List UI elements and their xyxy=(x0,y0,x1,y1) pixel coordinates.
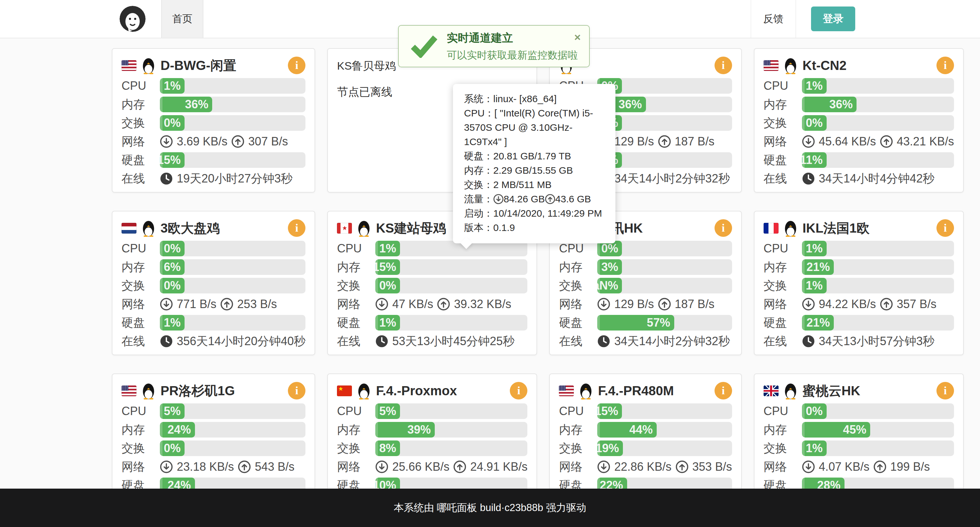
progress-fill: 0% xyxy=(802,115,827,131)
info-icon[interactable]: i xyxy=(288,382,305,399)
net-download-value: 25.66 KB/s xyxy=(392,460,449,474)
progress-value: 39% xyxy=(407,422,431,438)
progress-track: 1% xyxy=(802,241,954,256)
stat-label: 交换 xyxy=(121,441,160,457)
uptime-value: 34天14小时4分钟42秒 xyxy=(819,171,934,187)
country-flag-icon xyxy=(121,385,137,396)
stat-row-硬盘: 硬盘1% xyxy=(121,315,305,331)
progress-track: 5% xyxy=(160,403,305,419)
progress-track: 15% xyxy=(160,152,305,168)
info-icon[interactable]: i xyxy=(937,382,954,399)
progress-track: 0% xyxy=(597,241,732,256)
stat-label: 内存 xyxy=(559,259,597,275)
site-logo[interactable] xyxy=(119,6,146,32)
info-icon[interactable]: i xyxy=(288,219,305,237)
info-icon[interactable]: i xyxy=(714,219,732,237)
progress-fill: 0% xyxy=(160,441,185,456)
stat-row-CPU: CPU1% xyxy=(764,241,954,256)
tooltip-row: 系统：linux- [x86_64] xyxy=(464,92,605,106)
info-icon[interactable]: i xyxy=(288,57,305,74)
stat-value: 129 B/s187 B/s xyxy=(597,297,714,311)
stat-row-网络: 网络22.86 KB/s353 B/s xyxy=(559,459,732,474)
stat-row-交换: 交换NaN% xyxy=(559,278,732,294)
progress-track: 44% xyxy=(597,422,732,438)
stat-row-交换: 交换1% xyxy=(764,278,954,294)
progress-fill: 1% xyxy=(802,278,827,294)
info-icon[interactable]: i xyxy=(714,57,732,74)
login-button[interactable]: 登录 xyxy=(811,6,855,31)
stat-label: 网络 xyxy=(764,459,802,475)
server-card-header: PR洛杉矶1G i xyxy=(121,381,305,400)
server-name: F.4.-Proxmox xyxy=(376,383,457,398)
stat-value: 34天13小时57分钟3秒 xyxy=(802,334,934,350)
stat-label: 在线 xyxy=(337,334,375,350)
tooltip-label: 内存： xyxy=(464,165,493,176)
stat-row-交换: 交换8% xyxy=(337,441,527,456)
upload-arrow-icon xyxy=(231,135,244,148)
progress-value: 8% xyxy=(379,441,396,456)
progress-fill: 5% xyxy=(160,403,185,419)
net-download-value: 23.18 KB/s xyxy=(177,460,234,474)
stat-row-CPU: CPU0% xyxy=(121,241,305,256)
progress-value: 36% xyxy=(829,97,853,112)
progress-value: 45% xyxy=(843,422,866,438)
progress-fill: 1% xyxy=(802,241,827,256)
nav-tab-home[interactable]: 首页 xyxy=(161,0,204,38)
progress-track: 5% xyxy=(375,403,527,419)
server-card: 3欧大盘鸡 i CPU0%内存6%交换0%网络771 B/s253 B/s硬盘1… xyxy=(112,211,315,355)
clock-icon xyxy=(802,335,815,348)
progress-value: 3% xyxy=(601,259,618,275)
stat-row-硬盘: 硬盘11% xyxy=(764,152,954,168)
server-name: 蜜桃云HK xyxy=(803,382,861,400)
progress-track: 36% xyxy=(802,97,954,112)
download-arrow-icon xyxy=(802,460,815,473)
stat-label: 网络 xyxy=(764,134,802,150)
server-card-header: Kt-CN2 i xyxy=(764,56,954,75)
server-stats: CPU1%内存15%交换0%网络47 KB/s39.32 KB/s硬盘1%在线5… xyxy=(337,241,527,349)
progress-track: 1% xyxy=(802,278,954,294)
progress-value: 5% xyxy=(164,403,181,419)
stat-row-内存: 内存3% xyxy=(559,259,732,275)
linux-penguin-icon xyxy=(141,219,156,237)
stat-label: CPU xyxy=(764,242,802,256)
stat-label: 内存 xyxy=(764,97,802,113)
info-icon[interactable]: i xyxy=(937,57,954,74)
info-icon[interactable]: i xyxy=(714,382,732,399)
progress-value: 5% xyxy=(379,403,396,419)
stat-row-内存: 内存24% xyxy=(121,422,305,438)
server-card-header: 蜜桃云HK i xyxy=(764,381,954,400)
server-stats: CPU0%内存3%交换NaN%网络129 B/s187 B/s硬盘57%在线34… xyxy=(559,241,732,349)
info-icon[interactable]: i xyxy=(510,382,527,399)
download-arrow-icon xyxy=(597,460,610,473)
progress-fill: 36% xyxy=(802,97,857,112)
nav-feedback-link[interactable]: 反馈 xyxy=(751,0,796,38)
stat-row-硬盘: 硬盘21% xyxy=(764,315,954,331)
info-icon[interactable]: i xyxy=(937,219,954,237)
toast-body: 实时通道建立 可以实时获取最新监控数据啦 xyxy=(447,30,578,62)
progress-value: 1% xyxy=(164,315,181,331)
progress-value: 19% xyxy=(597,441,619,456)
server-stats: CPU1%内存36%交换0%网络45.64 KB/s43.21 KB/s硬盘11… xyxy=(764,78,954,187)
stat-label: 交换 xyxy=(337,278,375,294)
stat-value: 34天14小时2分钟32秒 xyxy=(597,334,730,350)
progress-fill: 1% xyxy=(375,241,400,256)
progress-value: 21% xyxy=(807,315,830,331)
stat-row-在线: 在线34天14小时2分钟32秒 xyxy=(559,334,732,349)
net-upload-value: 199 B/s xyxy=(890,460,930,474)
progress-fill: 0% xyxy=(160,241,185,256)
country-flag-icon xyxy=(559,385,574,396)
stat-label: CPU xyxy=(764,404,802,418)
stat-value: 25.66 KB/s24.91 KB/s xyxy=(375,460,527,474)
close-icon[interactable]: × xyxy=(574,32,581,43)
progress-value: 11% xyxy=(802,152,823,168)
tooltip-row: 流量：84.26 GB43.6 GB xyxy=(464,192,605,206)
stat-value: 4.07 KB/s199 B/s xyxy=(802,460,930,474)
clock-icon xyxy=(160,172,173,185)
stat-value: 3.69 KB/s307 B/s xyxy=(160,135,288,149)
stat-label: 在线 xyxy=(764,171,802,187)
stat-row-CPU: CPU15% xyxy=(559,403,732,419)
download-arrow-icon xyxy=(802,135,815,148)
stat-label: CPU xyxy=(121,242,160,256)
server-card-header: D-BWG-闲置 i xyxy=(121,56,305,75)
net-upload-value: 543 B/s xyxy=(255,460,294,474)
